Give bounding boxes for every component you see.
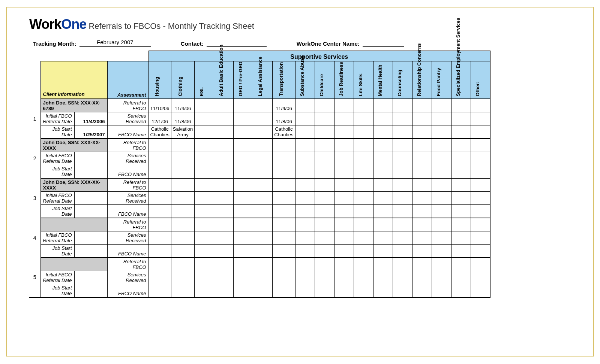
received-cell-2 <box>195 112 214 125</box>
fbco-cell-16 <box>471 284 490 297</box>
received-cell-0 <box>148 191 171 204</box>
row-number: 2 <box>29 139 40 178</box>
received-cell-2 <box>195 231 214 244</box>
fbco-cell-11 <box>373 165 393 178</box>
referral-cell-7 <box>295 139 315 152</box>
fbco-cell-15 <box>451 284 471 297</box>
tracking-table: Supportive ServicesClient InformationAss… <box>29 51 490 298</box>
service-header-12: Counseling <box>393 61 412 99</box>
received-cell-9 <box>334 152 354 165</box>
fbco-cell-7 <box>295 284 315 297</box>
referral-cell-0 <box>148 178 171 192</box>
received-cell-0 <box>148 271 171 284</box>
received-cell-12 <box>393 152 412 165</box>
fbco-cell-12 <box>393 165 412 178</box>
fbco-cell-10 <box>354 204 373 218</box>
referral-cell-7 <box>295 178 315 192</box>
received-cell-1 <box>171 191 194 204</box>
received-cell-7 <box>295 191 315 204</box>
fbco-cell-8 <box>315 284 334 297</box>
label-received: Services Received <box>107 191 148 204</box>
received-cell-10 <box>354 191 373 204</box>
fbco-cell-13 <box>412 125 432 139</box>
fbco-cell-14 <box>432 244 451 258</box>
fbco-cell-10 <box>354 165 373 178</box>
fbco-cell-14 <box>432 204 451 218</box>
received-cell-4 <box>234 191 253 204</box>
referral-cell-4 <box>234 139 253 152</box>
referral-cell-16 <box>471 99 490 112</box>
received-cell-12 <box>393 231 412 244</box>
referral-cell-15 <box>451 99 471 112</box>
referral-cell-0 <box>148 258 171 271</box>
referral-cell-6: 11/4/06 <box>273 99 295 112</box>
label-referral: Referral to FBCO <box>107 178 148 192</box>
initial-date-value: 11/4/2006 <box>74 112 107 125</box>
fbco-cell-6: Catholic Charities <box>273 125 295 139</box>
supportive-services-header: Supportive Services <box>148 51 490 61</box>
fbco-cell-4 <box>234 244 253 258</box>
referral-cell-10 <box>354 99 373 112</box>
referral-cell-5 <box>253 99 273 112</box>
fbco-cell-7 <box>295 165 315 178</box>
referral-cell-11 <box>373 218 393 231</box>
fbco-cell-15 <box>451 204 471 218</box>
received-cell-8 <box>315 271 334 284</box>
label-fbco: FBCO Name <box>107 284 148 297</box>
label-jobstart: Job Start Date <box>40 125 74 139</box>
referral-cell-5 <box>253 178 273 192</box>
fbco-cell-8 <box>315 204 334 218</box>
label-fbco: FBCO Name <box>107 165 148 178</box>
fbco-cell-16 <box>471 204 490 218</box>
received-cell-13 <box>412 152 432 165</box>
received-cell-14 <box>432 231 451 244</box>
received-cell-16 <box>471 271 490 284</box>
fbco-cell-5 <box>253 125 273 139</box>
fbco-cell-5 <box>253 165 273 178</box>
referral-cell-2 <box>195 139 214 152</box>
spacer <box>29 51 40 61</box>
fbco-cell-7 <box>295 204 315 218</box>
referral-cell-11 <box>373 258 393 271</box>
referral-cell-10 <box>354 178 373 192</box>
referral-cell-0 <box>148 218 171 231</box>
received-cell-3 <box>214 191 234 204</box>
referral-cell-13 <box>412 218 432 231</box>
referral-cell-7 <box>295 99 315 112</box>
received-cell-12 <box>393 271 412 284</box>
received-cell-12 <box>393 191 412 204</box>
received-cell-12 <box>393 112 412 125</box>
fbco-cell-3 <box>214 284 234 297</box>
fbco-cell-10 <box>354 244 373 258</box>
fbco-cell-16 <box>471 244 490 258</box>
service-header-1: Clothing <box>171 61 194 99</box>
referral-cell-4 <box>234 99 253 112</box>
label-initial-date: Initial FBCO Referral Date <box>40 191 74 204</box>
label-received: Services Received <box>107 231 148 244</box>
fbco-cell-9 <box>334 284 354 297</box>
row-number: 4 <box>29 218 40 258</box>
fbco-cell-5 <box>253 284 273 297</box>
referral-cell-12 <box>393 258 412 271</box>
fbco-cell-15 <box>451 125 471 139</box>
referral-cell-9 <box>334 218 354 231</box>
received-cell-9 <box>334 191 354 204</box>
label-initial-date: Initial FBCO Referral Date <box>40 271 74 284</box>
fbco-cell-6 <box>273 244 295 258</box>
referral-cell-15 <box>451 139 471 152</box>
referral-cell-11 <box>373 99 393 112</box>
fbco-cell-0 <box>148 204 171 218</box>
fbco-cell-15 <box>451 244 471 258</box>
received-cell-16 <box>471 112 490 125</box>
referral-cell-2 <box>195 218 214 231</box>
received-cell-16 <box>471 152 490 165</box>
logo-part2: One <box>61 16 86 32</box>
fbco-cell-7 <box>295 125 315 139</box>
fbco-cell-9 <box>334 125 354 139</box>
fbco-cell-8 <box>315 165 334 178</box>
referral-cell-8 <box>315 178 334 192</box>
logo: WorkOne <box>29 16 86 32</box>
spacer <box>29 61 40 99</box>
referral-cell-5 <box>253 218 273 231</box>
center-name-value <box>363 39 404 47</box>
